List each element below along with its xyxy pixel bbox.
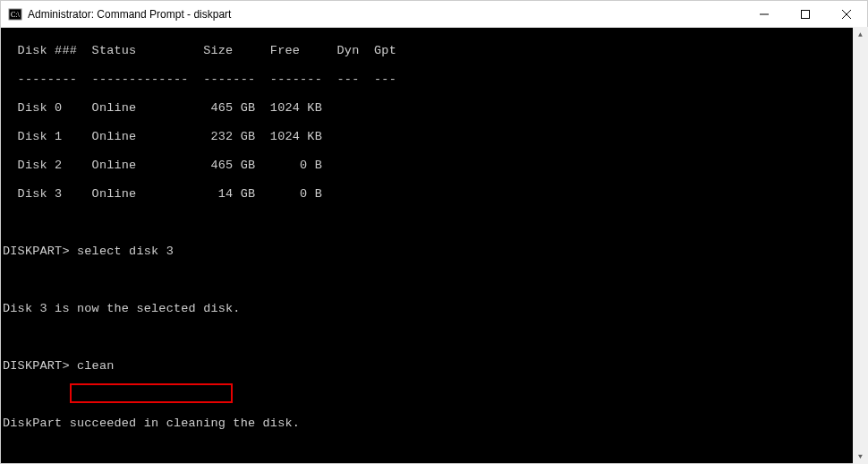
window-controls [744, 1, 867, 28]
minimize-button[interactable] [744, 1, 785, 28]
command-prompt-window: C:\ Administrator: Command Prompt - disk… [0, 0, 868, 464]
scroll-up-arrow[interactable]: ▲ [853, 27, 868, 42]
terminal-line [3, 273, 867, 288]
svg-text:C:\: C:\ [11, 11, 21, 19]
terminal-line [3, 216, 867, 230]
scroll-down-arrow[interactable]: ▼ [853, 449, 868, 464]
vertical-scrollbar[interactable]: ▲ ▼ [853, 27, 868, 464]
terminal-line: DISKPART> clean [3, 359, 867, 374]
terminal-line: DiskPart succeeded in cleaning the disk. [3, 417, 867, 431]
terminal-line [3, 388, 867, 402]
cmd-icon: C:\ [8, 7, 22, 21]
terminal-output[interactable]: Disk ### Status Size Free Dyn Gpt ------… [1, 28, 867, 463]
terminal-line [3, 331, 867, 345]
window-title: Administrator: Command Prompt - diskpart [28, 8, 744, 21]
disk-header: Disk ### Status Size Free Dyn Gpt [3, 44, 867, 58]
close-button[interactable] [826, 1, 867, 28]
terminal-line: DISKPART> select disk 3 [3, 245, 867, 259]
disk-row: Disk 3 Online 14 GB 0 B [3, 187, 867, 202]
disk-row: Disk 1 Online 232 GB 1024 KB [3, 130, 867, 144]
disk-divider: -------- ------------- ------- ------- -… [3, 73, 867, 87]
terminal-line: Disk 3 is now the selected disk. [3, 302, 867, 316]
disk-row: Disk 0 Online 465 GB 1024 KB [3, 101, 867, 116]
title-bar: C:\ Administrator: Command Prompt - disk… [1, 1, 867, 28]
svg-rect-3 [802, 10, 810, 18]
terminal-line [3, 445, 867, 460]
disk-row: Disk 2 Online 465 GB 0 B [3, 159, 867, 173]
scroll-track[interactable] [853, 42, 868, 449]
maximize-button[interactable] [785, 1, 826, 28]
